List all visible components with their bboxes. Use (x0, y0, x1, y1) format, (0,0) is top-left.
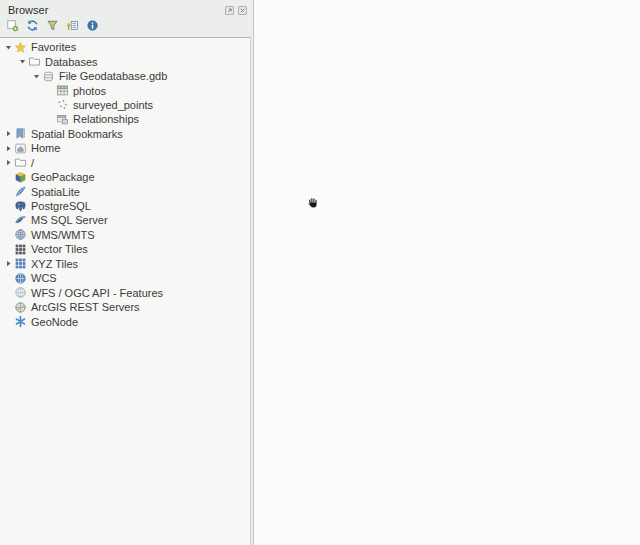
tree-item-favorites[interactable]: Favorites (0, 40, 250, 54)
geopackage-icon (14, 171, 27, 184)
tree-item-geonode[interactable]: GeoNode (0, 314, 250, 328)
browser-panel: Browser FavoritesDatabasesFile Geodataba… (0, 0, 254, 545)
globe-light-icon (14, 286, 27, 299)
collapse-all-button[interactable] (65, 20, 79, 34)
panel-window-buttons (224, 4, 248, 15)
expander-spacer (45, 101, 56, 109)
folder-icon (14, 156, 27, 169)
tree-item-spatial-bookmarks[interactable]: Spatial Bookmarks (0, 127, 250, 141)
tree-item-label: ArcGIS REST Servers (31, 301, 140, 313)
tree-item-xyz-tiles[interactable]: XYZ Tiles (0, 257, 250, 271)
close-panel-button[interactable] (237, 4, 248, 15)
tree-item-label: GeoNode (31, 316, 78, 328)
tree-item-label: Spatial Bookmarks (31, 128, 123, 140)
browser-tree: FavoritesDatabasesFile Geodatabase.gdbph… (0, 37, 251, 545)
tree-item-label: Vector Tiles (31, 243, 88, 255)
expander-spacer (3, 173, 14, 181)
properties-widget-button[interactable] (85, 20, 99, 34)
panel-header: Browser (0, 0, 253, 17)
spatialite-icon (14, 185, 27, 198)
tree-item-label: PostgreSQL (31, 200, 91, 212)
info-icon (86, 19, 99, 35)
tree-item-label: Home (31, 142, 60, 154)
tree-item-databases[interactable]: Databases (0, 54, 250, 68)
database-icon (42, 70, 55, 83)
undock-panel-button[interactable] (224, 4, 235, 15)
qgis-window: Browser FavoritesDatabasesFile Geodataba… (0, 0, 640, 545)
bookmarks-icon (14, 127, 27, 140)
grid-blue-icon (14, 257, 27, 270)
expander-spacer (3, 188, 14, 196)
expander-spacer (3, 303, 14, 311)
expander-spacer (3, 289, 14, 297)
collapse-arrow-icon[interactable] (31, 72, 42, 80)
expand-arrow-icon[interactable] (3, 144, 14, 152)
mssql-icon (14, 214, 27, 227)
filter-browser-button[interactable] (45, 20, 59, 34)
refresh-button[interactable] (25, 20, 39, 34)
tree-item-file-geodatabase-gdb[interactable]: File Geodatabase.gdb (0, 69, 250, 83)
asterisk-icon (14, 315, 27, 328)
collapse-arrow-icon[interactable] (17, 58, 28, 66)
grid-dark-icon (14, 243, 27, 256)
tree-item-postgresql[interactable]: PostgreSQL (0, 199, 250, 213)
map-canvas[interactable] (255, 0, 640, 545)
expander-spacer (3, 274, 14, 282)
tree-item-label: WMS/WMTS (31, 229, 95, 241)
expander-spacer (3, 231, 14, 239)
tree-item-label: Favorites (31, 41, 76, 53)
star-icon (14, 41, 27, 54)
close-icon (237, 4, 248, 15)
tree-item-label: surveyed_points (73, 99, 153, 111)
tree-item-ms-sql-server[interactable]: MS SQL Server (0, 213, 250, 227)
browser-toolbar (0, 17, 253, 35)
globe-arcgis-icon (14, 301, 27, 314)
expander-spacer (3, 202, 14, 210)
tree-item-label: / (31, 157, 34, 169)
expander-spacer (45, 115, 56, 123)
expander-spacer (3, 318, 14, 326)
tree-item-label: MS SQL Server (31, 214, 108, 226)
tree-item-label: File Geodatabase.gdb (59, 70, 167, 82)
tree-item-relationships[interactable]: Relationships (0, 112, 250, 126)
expander-spacer (3, 216, 14, 224)
tree-item-spatialite[interactable]: SpatiaLite (0, 184, 250, 198)
tree-item-home[interactable]: Home (0, 141, 250, 155)
tree-item-geopackage[interactable]: GeoPackage (0, 170, 250, 184)
folder-icon (28, 55, 41, 68)
tree-item-photos[interactable]: photos (0, 83, 250, 97)
tree-item-label: XYZ Tiles (31, 258, 78, 270)
tree-item-surveyed-points[interactable]: surveyed_points (0, 98, 250, 112)
refresh-icon (26, 19, 39, 35)
expand-arrow-icon[interactable] (3, 159, 14, 167)
add-selected-layers-button[interactable] (5, 20, 19, 34)
panel-title: Browser (8, 4, 48, 16)
tree-item-wfs-ogc-api-features[interactable]: WFS / OGC API - Features (0, 285, 250, 299)
filter-icon (46, 19, 59, 35)
home-icon (14, 142, 27, 155)
tree-item-label: WFS / OGC API - Features (31, 287, 163, 299)
tree-item-label: WCS (31, 272, 57, 284)
tree-item-wcs[interactable]: WCS (0, 271, 250, 285)
postgresql-icon (14, 200, 27, 213)
tree-item-arcgis-rest-servers[interactable]: ArcGIS REST Servers (0, 300, 250, 314)
add-layer-icon (6, 19, 19, 35)
tree-item-root[interactable]: / (0, 156, 250, 170)
table-icon (56, 84, 69, 97)
expand-arrow-icon[interactable] (3, 260, 14, 268)
expand-arrow-icon[interactable] (3, 130, 14, 138)
expander-spacer (3, 245, 14, 253)
collapse-arrow-icon[interactable] (3, 43, 14, 51)
tree-item-wms-wmts[interactable]: WMS/WMTS (0, 228, 250, 242)
wms-globe-icon (14, 228, 27, 241)
tree-item-label: Relationships (73, 113, 139, 125)
points-icon (56, 98, 69, 111)
tree-item-vector-tiles[interactable]: Vector Tiles (0, 242, 250, 256)
tree-item-label: SpatiaLite (31, 186, 80, 198)
tree-item-label: GeoPackage (31, 171, 95, 183)
tree-item-label: Databases (45, 56, 98, 68)
collapse-tree-icon (66, 19, 79, 35)
undock-icon (224, 4, 235, 15)
relationships-icon (56, 113, 69, 126)
expander-spacer (45, 87, 56, 95)
